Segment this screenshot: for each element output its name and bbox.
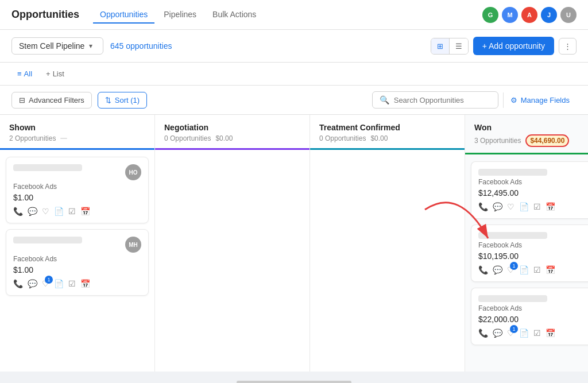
col-meta-shown: 2 Opportunities <box>9 134 145 142</box>
sub-nav-list[interactable]: + List <box>40 67 70 80</box>
doc-icon[interactable]: 📄 <box>54 279 64 288</box>
card-source: Facebook Ads <box>478 304 588 312</box>
phone-icon[interactable]: 📞 <box>478 328 488 338</box>
chat-icon[interactable]: 💬 <box>28 279 37 288</box>
sub-toolbar: ≡ All + List <box>0 63 588 86</box>
sort-button[interactable]: ⇅ Sort (1) <box>98 92 147 109</box>
kanban-card: MH Facebook Ads $1.00 📞 💬 ♡ 1 📄 ☑ 📅 <box>6 229 149 296</box>
kanban-wrapper: Shown 2 Opportunities HO Facebook Ads $1… <box>0 115 588 372</box>
phone-icon[interactable]: 📞 <box>478 202 488 211</box>
view-toggle: ⊞ ☰ <box>431 38 469 55</box>
check-icon[interactable]: ☑ <box>533 202 541 211</box>
check-icon[interactable]: ☑ <box>533 328 541 338</box>
kanban-card: HO Facebook Ads $1.00 📞 💬 ♡ 📄 ☑ 📅 <box>6 157 149 223</box>
chat-icon[interactable]: 💬 <box>493 265 502 274</box>
chat-icon[interactable]: 💬 <box>28 207 37 216</box>
doc-icon[interactable]: 📄 <box>519 328 529 338</box>
kanban-cards-treatment <box>310 150 465 372</box>
list-view-button[interactable]: ☰ <box>449 38 468 54</box>
check-icon[interactable]: ☑ <box>533 265 541 274</box>
heart-with-badge: ♡ 1 <box>507 265 514 274</box>
heart-with-badge: ♡ 1 <box>507 328 514 338</box>
settings-icon: ⚙ <box>510 96 517 105</box>
card-amount: $10,195.00 <box>478 252 588 261</box>
top-bar: Opportunities Opportunities Pipelines Bu… <box>0 0 588 30</box>
manage-fields-button[interactable]: ⚙ Manage Fields <box>503 92 577 108</box>
calendar-icon[interactable]: 📅 <box>80 279 90 288</box>
sort-icon: ⇅ <box>105 96 111 105</box>
kanban-cards-won: Facebook Ads $12,495.00 📞 💬 ♡ 📄 ☑ 📅 <box>465 154 588 372</box>
add-opportunity-button[interactable]: + Add opportunity <box>473 37 554 55</box>
more-options-button[interactable]: ⋮ <box>559 38 577 55</box>
toolbar-right: ⊞ ☰ + Add opportunity ⋮ <box>431 37 577 55</box>
col-meta-won: 3 Opportunities $44,690.00 <box>474 134 588 147</box>
col-header-shown: Shown 2 Opportunities <box>0 115 154 150</box>
kanban-col-treatment: Treatment Confirmed 0 Opportunities $0.0… <box>310 115 465 372</box>
avatar-4[interactable]: J <box>541 7 557 23</box>
sub-nav-all[interactable]: ≡ All <box>11 67 38 80</box>
pipeline-select[interactable]: Stem Cell Pipeline ▾ <box>11 37 103 55</box>
kanban-cards-negotiation <box>155 150 310 372</box>
check-icon[interactable]: ☑ <box>68 207 76 216</box>
heart-icon[interactable]: ♡ <box>42 207 49 216</box>
scrollbar-area <box>0 372 588 383</box>
card-actions: 📞 💬 ♡ 1 📄 ☑ 📅 <box>478 328 588 338</box>
col-meta-treatment: 0 Opportunities $0.00 <box>319 134 455 142</box>
card-source: Facebook Ads <box>478 178 588 186</box>
kanban-col-won: Won 3 Opportunities $44,690.00 Facebook … <box>465 115 588 372</box>
avatar-2[interactable]: M <box>502 7 518 23</box>
list-icon: ☰ <box>455 42 462 51</box>
check-icon[interactable]: ☑ <box>68 279 76 288</box>
search-box[interactable]: 🔍 <box>372 91 498 109</box>
doc-icon[interactable]: 📄 <box>54 207 64 216</box>
kanban-board: Shown 2 Opportunities HO Facebook Ads $1… <box>0 115 588 372</box>
heart-icon[interactable]: ♡ <box>507 202 514 211</box>
avatar-3[interactable]: A <box>521 7 537 23</box>
opp-count: 645 opportunities <box>110 41 172 51</box>
card-name-placeholder <box>478 169 547 176</box>
heart-with-badge: ♡ 1 <box>42 279 49 288</box>
card-name-placeholder <box>478 295 547 302</box>
col-title-treatment: Treatment Confirmed <box>319 123 455 132</box>
card-name-placeholder <box>13 237 82 243</box>
advanced-filters-button[interactable]: ⊟ Advanced Filters <box>11 92 92 109</box>
grid-view-button[interactable]: ⊞ <box>431 38 449 54</box>
avatar-user[interactable]: U <box>560 7 577 23</box>
nav-opportunities[interactable]: Opportunities <box>93 6 154 24</box>
avatar: MH <box>125 237 141 253</box>
calendar-icon[interactable]: 📅 <box>80 207 90 216</box>
doc-icon[interactable]: 📄 <box>519 202 529 211</box>
nav-pipelines[interactable]: Pipelines <box>157 6 203 24</box>
calendar-icon[interactable]: 📅 <box>546 328 555 338</box>
card-name-placeholder <box>478 232 547 239</box>
list-lines-icon: ≡ <box>17 69 22 78</box>
phone-icon[interactable]: 📞 <box>478 265 488 274</box>
avatar-1[interactable]: G <box>482 7 498 23</box>
phone-icon[interactable]: 📞 <box>13 279 23 288</box>
col-title-won: Won <box>474 123 588 132</box>
calendar-icon[interactable]: 📅 <box>546 265 555 274</box>
sub-nav: ≡ All + List <box>11 67 70 80</box>
col-title-negotiation: Negotiation <box>164 123 300 132</box>
kanban-col-negotiation: Negotiation 0 Opportunities $0.00 <box>155 115 310 372</box>
col-title-shown: Shown <box>9 123 145 132</box>
card-actions: 📞 💬 ♡ 📄 ☑ 📅 <box>13 207 141 216</box>
nav-bulk-actions[interactable]: Bulk Actions <box>206 6 263 24</box>
horizontal-scrollbar[interactable] <box>237 381 351 383</box>
doc-icon[interactable]: 📄 <box>519 265 529 274</box>
card-top: MH <box>13 237 141 253</box>
chat-icon[interactable]: 💬 <box>493 328 502 338</box>
grid-icon: ⊞ <box>437 42 443 51</box>
chat-icon[interactable]: 💬 <box>493 202 502 211</box>
won-amount-badge: $44,690.00 <box>525 134 569 147</box>
search-area: 🔍 ⚙ Manage Fields <box>372 91 577 109</box>
chevron-down-icon: ▾ <box>89 42 92 50</box>
badge-1: 1 <box>510 325 518 333</box>
search-input[interactable] <box>394 96 491 105</box>
calendar-icon[interactable]: 📅 <box>546 202 555 211</box>
filter-bar: ⊟ Advanced Filters ⇅ Sort (1) 🔍 ⚙ Manage… <box>0 86 588 115</box>
card-amount: $1.00 <box>13 265 141 274</box>
ellipsis-icon: ⋮ <box>564 42 571 51</box>
phone-icon[interactable]: 📞 <box>13 207 23 216</box>
pipeline-label: Stem Cell Pipeline <box>19 41 84 51</box>
